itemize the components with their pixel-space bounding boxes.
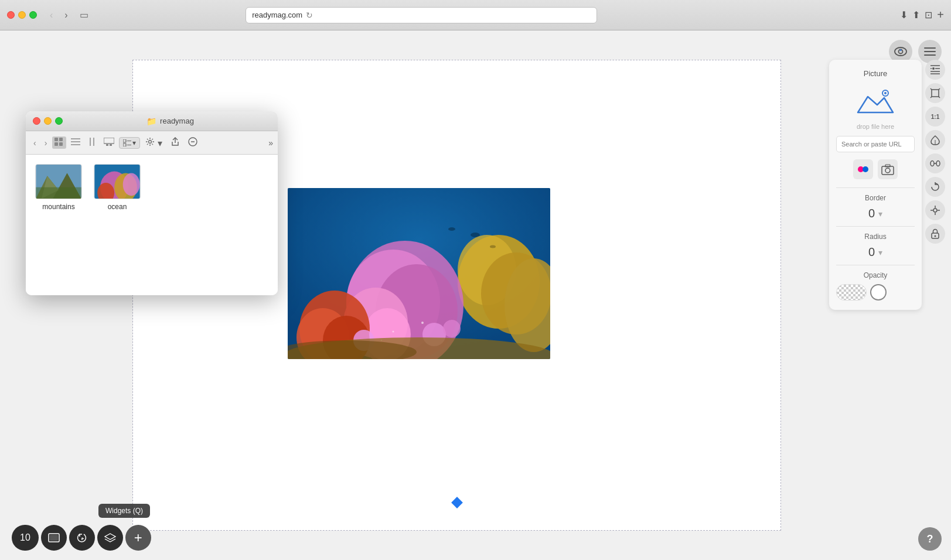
ocean-label: ocean: [108, 203, 127, 211]
finder-items: mountains ocean: [35, 164, 268, 211]
layers-button[interactable]: [97, 525, 123, 551]
svg-rect-70: [123, 139, 126, 142]
svg-line-45: [930, 88, 932, 90]
radius-value: 0: [868, 245, 875, 259]
radius-row: 0 ▾: [836, 245, 915, 259]
finder-item-mountains[interactable]: mountains: [35, 164, 82, 211]
camera-button[interactable]: [878, 159, 898, 179]
minimize-button[interactable]: [18, 11, 26, 19]
finder-minimize-button[interactable]: [44, 117, 52, 125]
panel-divider-1: [836, 187, 915, 188]
lock-tool-button[interactable]: [925, 224, 945, 244]
svg-line-46: [939, 88, 940, 90]
ocean-thumbnail: [94, 164, 141, 199]
add-button[interactable]: +: [125, 525, 151, 551]
refresh-button[interactable]: ↻: [306, 11, 313, 20]
svg-rect-35: [882, 166, 894, 175]
tab-icon[interactable]: ⊡: [925, 8, 932, 22]
delete-action-button[interactable]: [185, 136, 200, 150]
rotate-tool-button[interactable]: [925, 177, 945, 197]
link-tool-button[interactable]: [925, 153, 945, 173]
svg-rect-58: [54, 138, 58, 141]
right-panel: Picture drop file here: [829, 60, 922, 310]
style-tool-button[interactable]: [925, 130, 945, 150]
svg-point-24: [448, 227, 455, 231]
svg-rect-50: [936, 161, 940, 166]
svg-point-25: [490, 245, 496, 248]
svg-rect-68: [106, 144, 108, 146]
finder-back-button[interactable]: ‹: [30, 137, 39, 149]
finder-content: mountains ocean: [26, 155, 278, 295]
editor-area: Picture drop file here: [0, 30, 951, 560]
source-icons: [836, 159, 915, 179]
anchor-diamond: [451, 497, 463, 508]
history-button[interactable]: [69, 525, 95, 551]
browser-traffic-lights: [7, 11, 37, 19]
flickr-button[interactable]: [853, 159, 873, 179]
svg-point-57: [935, 235, 936, 237]
back-button[interactable]: ‹: [46, 9, 56, 22]
column-view-button[interactable]: [85, 136, 99, 149]
list-view-button[interactable]: [69, 136, 83, 149]
mountains-thumbnail: [35, 164, 82, 199]
finder-item-ocean[interactable]: ocean: [94, 164, 141, 211]
add-icon: +: [134, 530, 142, 546]
finder-toolbar: ‹ ›: [26, 131, 278, 155]
svg-rect-81: [36, 187, 81, 199]
svg-line-47: [930, 97, 932, 98]
opacity-circle: [870, 284, 887, 301]
svg-point-51: [933, 209, 937, 212]
settings-action-button[interactable]: ▾: [142, 136, 165, 150]
right-tools: 1:1: [925, 60, 945, 244]
svg-rect-61: [59, 142, 63, 146]
group-button[interactable]: ▾: [119, 137, 140, 149]
svg-point-38: [932, 67, 935, 70]
page-thumbnail-button[interactable]: [41, 525, 67, 551]
svg-rect-59: [59, 138, 63, 141]
position-tool-button[interactable]: [925, 200, 945, 220]
svg-rect-44: [932, 90, 939, 97]
download-icon[interactable]: ⬇: [900, 8, 908, 22]
radius-dropdown[interactable]: ▾: [878, 248, 882, 257]
opacity-checker: [836, 284, 867, 301]
svg-point-86: [123, 173, 140, 196]
share-icon[interactable]: ⬆: [912, 8, 920, 22]
panel-divider-2: [836, 226, 915, 227]
layers-tool-button[interactable]: [925, 60, 945, 80]
close-button[interactable]: [7, 11, 15, 19]
ratio-tool-button[interactable]: 1:1: [925, 107, 945, 127]
svg-point-34: [863, 166, 868, 172]
crop-tool-button[interactable]: [925, 83, 945, 103]
url-input[interactable]: [836, 136, 915, 152]
share-action-button[interactable]: [168, 136, 183, 150]
svg-point-2: [900, 49, 902, 51]
drop-label: drop file here: [836, 123, 915, 130]
browser-chrome: ‹ › ▭ readymag.com ↻ ⬇ ⬆ ⊡ +: [0, 0, 951, 30]
finder-close-button[interactable]: [33, 117, 40, 125]
help-icon: ?: [927, 533, 933, 545]
coral-image[interactable]: [288, 188, 550, 359]
gallery-view-button[interactable]: [101, 136, 117, 149]
browser-actions: ⬇ ⬆ ⊡ +: [900, 8, 944, 22]
svg-rect-5: [924, 54, 936, 56]
more-button[interactable]: »: [268, 138, 273, 148]
opacity-label: Opacity: [836, 271, 915, 279]
page-number-item[interactable]: 10: [12, 525, 39, 551]
svg-marker-91: [105, 534, 115, 539]
svg-rect-88: [50, 535, 58, 541]
help-button[interactable]: ?: [918, 527, 942, 551]
border-dropdown[interactable]: ▾: [878, 209, 882, 218]
finder-maximize-button[interactable]: [55, 117, 63, 125]
panel-title: Picture: [836, 69, 915, 78]
widgets-tooltip: Widgets (Q): [98, 504, 150, 518]
new-tab-button[interactable]: +: [937, 8, 944, 22]
svg-point-0: [895, 47, 906, 56]
sidebar-toggle-button[interactable]: ▭: [76, 8, 92, 22]
url-bar: readymag.com ↻: [246, 7, 597, 23]
icon-view-button[interactable]: [52, 136, 66, 149]
finder-forward-button[interactable]: ›: [42, 137, 50, 149]
svg-rect-60: [54, 142, 58, 146]
forward-button[interactable]: ›: [61, 9, 71, 22]
maximize-button[interactable]: [29, 11, 37, 19]
finder-titlebar: 📁 readymag: [26, 111, 278, 131]
